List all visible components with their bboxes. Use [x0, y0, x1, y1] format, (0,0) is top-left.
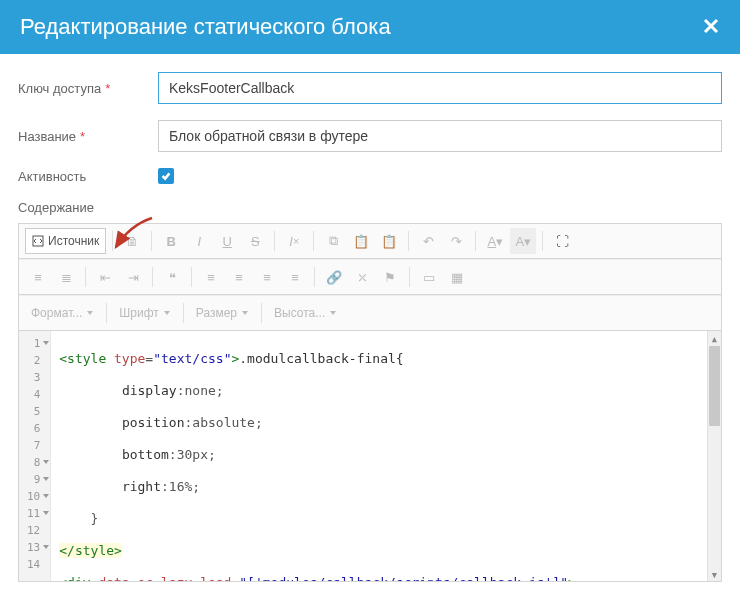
modal-title: Редактирование статического блока [20, 14, 391, 40]
blockquote-icon[interactable]: ❝ [159, 264, 185, 290]
label-access-key: Ключ доступа* [18, 81, 158, 96]
row-access-key: Ключ доступа* [18, 72, 722, 104]
align-left-icon[interactable]: ≡ [198, 264, 224, 290]
input-name[interactable] [158, 120, 722, 152]
numbered-list-icon[interactable]: ≡ [25, 264, 51, 290]
outdent-icon[interactable]: ⇤ [92, 264, 118, 290]
paste-icon[interactable]: 📋 [348, 228, 374, 254]
label-active: Активность [18, 169, 158, 184]
input-access-key[interactable] [158, 72, 722, 104]
text-color-icon[interactable]: A▾ [482, 228, 508, 254]
indent-icon[interactable]: ⇥ [120, 264, 146, 290]
scroll-up-icon[interactable]: ▴ [708, 331, 721, 345]
link-icon[interactable]: 🔗 [321, 264, 347, 290]
code-content[interactable]: <style type="text/css">.modulcallback-fi… [51, 331, 707, 581]
toolbar-row-2: ≡ ≣ ⇤ ⇥ ❝ ≡ ≡ ≡ ≡ 🔗 ⤫ ⚑ ▭ ▦ [19, 259, 721, 295]
bullet-list-icon[interactable]: ≣ [53, 264, 79, 290]
row-name: Название* [18, 120, 722, 152]
table-icon[interactable]: ▦ [444, 264, 470, 290]
undo-icon[interactable]: ↶ [415, 228, 441, 254]
align-center-icon[interactable]: ≡ [226, 264, 252, 290]
new-page-icon[interactable]: 🗎 [119, 228, 145, 254]
vertical-scrollbar[interactable]: ▴ ▾ [707, 331, 721, 581]
code-editor[interactable]: 1 2 3 4 5 6 7 8 9 10 11 12 13 14 <style … [19, 331, 721, 581]
bg-color-icon[interactable]: A▾ [510, 228, 536, 254]
size-dropdown[interactable]: Размер [190, 300, 255, 326]
anchor-icon[interactable]: ⚑ [377, 264, 403, 290]
height-dropdown[interactable]: Высота... [268, 300, 343, 326]
label-content: Содержание [18, 200, 158, 215]
remove-format-icon[interactable]: I× [281, 228, 307, 254]
toolbar-row-3: Формат... Шрифт Размер Высота... [19, 295, 721, 331]
paste-text-icon[interactable]: 📋 [376, 228, 402, 254]
underline-icon[interactable]: U [214, 228, 240, 254]
bold-icon[interactable]: B [158, 228, 184, 254]
editor: Источник 🗎 B I U S I× ⧉ 📋 📋 ↶ ↷ A▾ A▾ ⛶ … [18, 223, 722, 582]
align-justify-icon[interactable]: ≡ [282, 264, 308, 290]
source-button[interactable]: Источник [25, 228, 106, 254]
row-active: Активность [18, 168, 722, 184]
maximize-icon[interactable]: ⛶ [549, 228, 575, 254]
toolbar-row-1: Источник 🗎 B I U S I× ⧉ 📋 📋 ↶ ↷ A▾ A▾ ⛶ [19, 224, 721, 259]
redo-icon[interactable]: ↷ [443, 228, 469, 254]
row-content-label: Содержание [18, 200, 722, 215]
image-icon[interactable]: ▭ [416, 264, 442, 290]
line-gutter: 1 2 3 4 5 6 7 8 9 10 11 12 13 14 [19, 331, 51, 581]
unlink-icon[interactable]: ⤫ [349, 264, 375, 290]
close-icon[interactable] [702, 17, 720, 38]
italic-icon[interactable]: I [186, 228, 212, 254]
label-name: Название* [18, 129, 158, 144]
scroll-thumb[interactable] [709, 346, 720, 426]
font-dropdown[interactable]: Шрифт [113, 300, 176, 326]
scroll-down-icon[interactable]: ▾ [708, 567, 721, 581]
modal-header: Редактирование статического блока [0, 0, 740, 54]
align-right-icon[interactable]: ≡ [254, 264, 280, 290]
copy-icon[interactable]: ⧉ [320, 228, 346, 254]
format-dropdown[interactable]: Формат... [25, 300, 100, 326]
modal-body: Ключ доступа* Название* Активность Содер… [0, 54, 740, 582]
checkbox-active[interactable] [158, 168, 174, 184]
strike-icon[interactable]: S [242, 228, 268, 254]
